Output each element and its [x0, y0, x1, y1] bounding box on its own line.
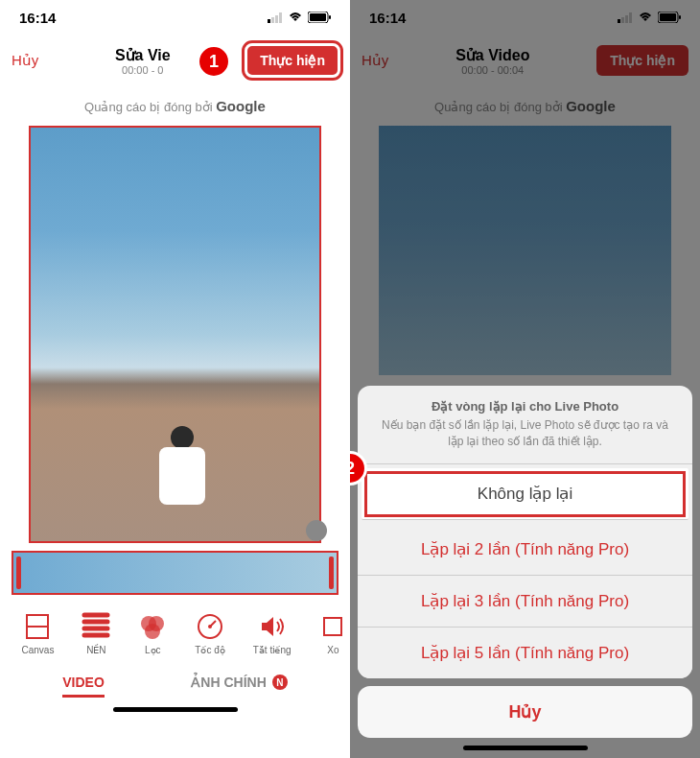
tool-xo[interactable]: Xo	[318, 612, 347, 655]
svg-rect-1	[271, 17, 274, 23]
wifi-icon	[288, 12, 303, 23]
crop-icon	[318, 612, 347, 641]
tab-anhchinh-label: ẢNH CHÍNH	[191, 675, 266, 690]
wifi-icon	[638, 12, 653, 23]
video-preview[interactable]	[29, 126, 321, 543]
execute-button[interactable]: Thực hiện	[596, 45, 688, 76]
page-subtitle: 00:00 - 00:04	[455, 64, 529, 76]
tab-video[interactable]: VIDEO	[53, 669, 114, 696]
status-time: 16:14	[19, 10, 56, 26]
header: Hủy Sửa Video 00:00 - 00:04 Thực hiện	[350, 35, 700, 86]
background-icon	[82, 612, 110, 641]
svg-rect-21	[660, 13, 676, 21]
speed-icon	[196, 612, 224, 641]
tool-loc[interactable]: Lọc	[138, 612, 167, 655]
svg-rect-15	[324, 618, 341, 635]
svg-point-11	[145, 624, 160, 639]
svg-rect-2	[275, 15, 278, 23]
status-bar: 16:14	[350, 0, 700, 35]
svg-rect-18	[625, 15, 628, 23]
svg-rect-19	[629, 12, 632, 23]
tool-label: NỀN	[86, 645, 105, 655]
page-title: Sửa Video	[455, 46, 529, 64]
tool-label: Canvas	[21, 645, 54, 655]
signal-icon	[268, 12, 283, 23]
canvas-icon	[23, 612, 52, 641]
filter-icon	[138, 612, 167, 641]
video-preview[interactable]	[379, 126, 671, 375]
title-block: Sửa Vie 00:00 - 0	[115, 46, 171, 76]
tool-nen[interactable]: NỀN	[82, 612, 110, 655]
tool-label: Xo	[327, 645, 338, 655]
status-time: 16:14	[369, 10, 406, 26]
ad-brand: Google	[216, 98, 266, 114]
tool-label: Tốc độ	[195, 645, 224, 655]
header: Hủy Sửa Vie 00:00 - 0 Thực hiện	[0, 35, 350, 86]
step-badge-1: 1	[197, 44, 231, 79]
ad-bar: Quảng cáo bị đóng bởi Google	[350, 86, 700, 122]
sheet-cancel-button[interactable]: Hủy	[358, 686, 692, 738]
sheet-option-repeat-3[interactable]: Lặp lại 3 lần (Tính năng Pro)	[358, 576, 692, 628]
tab-anhchinh[interactable]: ẢNH CHÍNH N	[181, 669, 296, 696]
svg-rect-0	[268, 19, 270, 23]
signal-icon	[618, 12, 633, 23]
battery-icon	[308, 12, 331, 23]
battery-icon	[658, 12, 681, 23]
svg-rect-3	[279, 12, 282, 23]
sheet-option-no-repeat[interactable]: Không lặp lại	[362, 468, 688, 520]
sheet-option-repeat-2[interactable]: Lặp lại 2 lần (Tính năng Pro)	[358, 524, 692, 576]
home-indicator[interactable]	[113, 707, 238, 712]
screen-right: 16:14 Hủy Sửa Video 00:00 - 00:04 Thực h…	[350, 0, 700, 758]
svg-rect-16	[618, 19, 620, 23]
ad-brand: Google	[566, 98, 616, 114]
execute-button[interactable]: Thực hiện	[246, 45, 338, 76]
status-bar: 16:14	[0, 0, 350, 35]
status-icons	[618, 12, 681, 23]
tool-tocdo[interactable]: Tốc độ	[195, 612, 224, 655]
cancel-button[interactable]: Hủy	[362, 52, 388, 69]
toolbar: Canvas NỀN Lọc Tốc độ Tắt tiếng Xo	[0, 603, 350, 659]
ad-bar: Quảng cáo bị đóng bởi Google	[0, 86, 350, 122]
new-badge: N	[272, 675, 288, 690]
tool-label: Tắt tiếng	[253, 645, 292, 655]
status-icons	[268, 12, 331, 23]
svg-rect-22	[679, 15, 681, 19]
action-sheet: Đặt vòng lặp lại cho Live Photo Nếu bạn …	[358, 386, 692, 678]
timeline-scrubber[interactable]	[12, 551, 338, 595]
tool-canvas[interactable]: Canvas	[21, 612, 54, 655]
cancel-button[interactable]: Hủy	[12, 52, 38, 69]
sheet-option-repeat-5[interactable]: Lặp lại 5 lần (Tính năng Pro)	[358, 628, 692, 678]
action-sheet-overlay: Đặt vòng lặp lại cho Live Photo Nếu bạn …	[350, 378, 700, 758]
page-subtitle: 00:00 - 0	[115, 64, 171, 76]
svg-rect-17	[621, 17, 624, 23]
mute-icon	[258, 612, 287, 641]
sheet-header: Đặt vòng lặp lại cho Live Photo Nếu bạn …	[358, 386, 692, 464]
tabs: VIDEO ẢNH CHÍNH N	[0, 659, 350, 699]
svg-point-14	[208, 625, 212, 628]
tool-label: Lọc	[145, 645, 161, 655]
tool-tattieng[interactable]: Tắt tiếng	[253, 612, 292, 655]
title-block: Sửa Video 00:00 - 00:04	[455, 46, 529, 76]
svg-rect-5	[310, 13, 326, 21]
page-title: Sửa Vie	[115, 46, 171, 64]
svg-rect-6	[329, 15, 331, 19]
video-subject	[149, 426, 216, 522]
ad-text: Quảng cáo bị đóng bởi	[434, 100, 566, 114]
sheet-description: Nếu bạn đặt số lần lặp lại, Live Photo s…	[377, 417, 673, 450]
ad-text: Quảng cáo bị đóng bởi	[84, 100, 216, 114]
screen-left: 1 16:14 Hủy Sửa Vie 00:00 - 0 Thực hiện …	[0, 0, 350, 758]
sheet-title: Đặt vòng lặp lại cho Live Photo	[377, 399, 673, 414]
home-indicator[interactable]	[463, 746, 588, 750]
